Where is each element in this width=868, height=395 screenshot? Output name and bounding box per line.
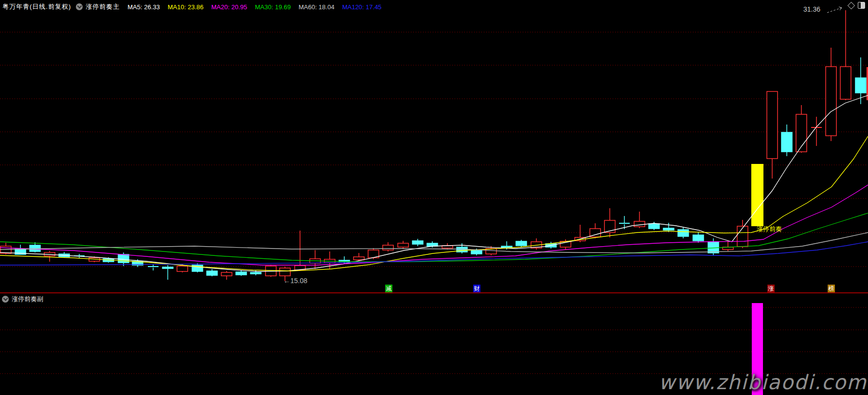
chevron-down-icon[interactable] xyxy=(76,3,83,10)
ma-value: MA5: 26.33 xyxy=(127,3,160,11)
candle-body xyxy=(855,78,866,93)
candle-body xyxy=(767,91,778,159)
candle-body xyxy=(693,235,704,241)
ma-values: MA5: 26.33MA10: 23.86MA20: 20.95MA30: 19… xyxy=(127,3,389,11)
candle-body xyxy=(840,67,851,99)
high-price-label: 31.36 xyxy=(803,5,820,13)
high-arrow xyxy=(827,8,842,13)
panel-fill xyxy=(861,2,865,8)
candle-body xyxy=(162,267,173,269)
candle-body xyxy=(280,268,290,276)
candle-body xyxy=(354,257,364,260)
candle-body xyxy=(398,243,408,247)
candle-body xyxy=(708,242,719,253)
chevron-down-icon[interactable] xyxy=(2,296,9,303)
ma-value: MA10: 23.86 xyxy=(168,3,204,11)
candle-body xyxy=(207,271,217,275)
ma-value: MA20: 20.95 xyxy=(212,3,248,11)
signal-text-label: 涨停前奏 xyxy=(757,225,782,233)
sub-indicator-label[interactable]: 涨停前奏副 xyxy=(12,295,43,304)
candle-body xyxy=(826,67,836,136)
window-tool-icons xyxy=(849,2,865,9)
main-indicator-label[interactable]: 涨停前奏主 xyxy=(86,2,120,11)
signal-marker: 财 xyxy=(473,285,480,292)
diamond-icon[interactable] xyxy=(848,1,855,9)
watermark: www.zhibiaodi.com xyxy=(659,371,867,394)
candle-body xyxy=(30,245,40,251)
chevron-glyph xyxy=(3,296,8,301)
candle-body xyxy=(471,251,482,254)
candle-body xyxy=(663,228,674,230)
stock-chart-window: 粤万年青(日线.前复权) 涨停前奏主 MA5: 26.33MA10: 23.86… xyxy=(0,0,868,395)
candle-body xyxy=(781,132,792,152)
candle-body xyxy=(634,221,645,227)
candle-body xyxy=(649,224,659,229)
candle-body xyxy=(427,243,438,246)
signal-marker: 榜 xyxy=(828,285,835,292)
low-price-label: ←15.08 xyxy=(283,277,307,285)
candle-body xyxy=(412,241,423,244)
candlestick-chart[interactable] xyxy=(0,0,868,395)
candle-body xyxy=(383,245,393,250)
ma-value: MA120: 17.45 xyxy=(342,3,382,11)
candle-body xyxy=(501,246,512,248)
signal-marker: 涨 xyxy=(767,285,775,292)
stock-title: 粤万年青(日线.前复权) xyxy=(2,2,71,11)
chevron-glyph xyxy=(77,4,82,9)
candle-body xyxy=(737,226,748,247)
candle-body xyxy=(678,230,689,236)
signal-bar xyxy=(751,164,763,226)
ma-line-MA10 xyxy=(0,136,868,271)
candle-body xyxy=(118,254,129,263)
panel-layout-icon[interactable] xyxy=(858,2,865,9)
candle-body xyxy=(221,272,232,276)
candle-body xyxy=(236,272,247,275)
chart-header: 粤万年青(日线.前复权) 涨停前奏主 MA5: 26.33MA10: 23.86… xyxy=(2,2,390,11)
sub-panel-header: 涨停前奏副 xyxy=(2,295,43,304)
candle-body xyxy=(177,266,188,271)
signal-marker: 减 xyxy=(385,285,392,292)
candle-body xyxy=(250,272,261,274)
ma-value: MA30: 19.69 xyxy=(255,3,291,11)
candle-body xyxy=(516,241,527,246)
ma-value: MA60: 18.04 xyxy=(299,3,335,11)
